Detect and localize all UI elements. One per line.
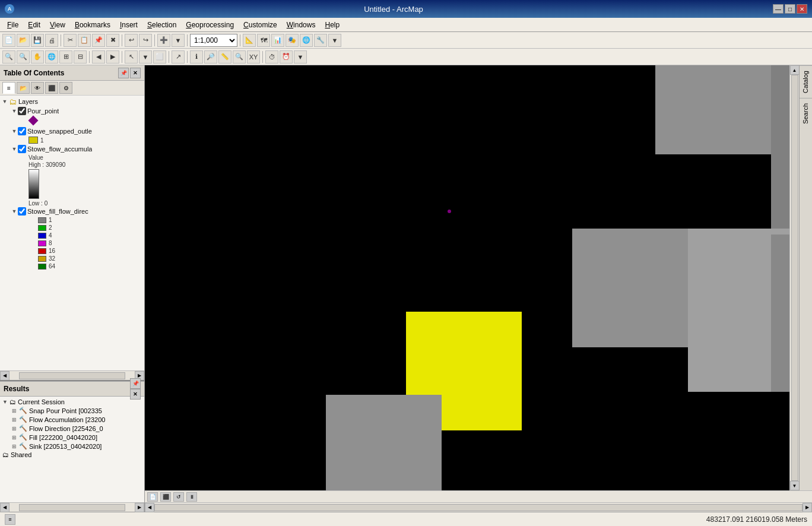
vscroll-up[interactable]: ▲ [790, 65, 800, 75]
scene-button[interactable]: 🎭 [286, 34, 299, 47]
maximize-button[interactable]: □ [785, 4, 795, 14]
map-hscroll-right[interactable]: ▶ [803, 503, 812, 512]
layer-flow-accum[interactable]: ▼ Stowe_flow_accumula [11, 144, 143, 154]
open-button[interactable]: 📂 [17, 34, 30, 47]
layer-stowe-snapped[interactable]: ▼ Stowe_snapped_outle [11, 126, 143, 136]
fixed-zoom-out-button[interactable]: ⊟ [74, 50, 87, 64]
identify-tool-button[interactable]: ℹ [190, 50, 203, 64]
map-hscroll-track[interactable] [154, 504, 803, 511]
select-element-button[interactable]: ↗ [172, 50, 185, 64]
search-results-button[interactable]: 🔍 [233, 50, 246, 64]
layers-expand[interactable]: ▼ [1, 98, 8, 105]
snap-pour-expand[interactable]: ⊞ [12, 408, 19, 414]
select-button[interactable]: ↖ [125, 50, 138, 64]
search-tab[interactable]: Search [800, 98, 813, 129]
flow-accum-checkbox[interactable] [18, 145, 26, 153]
redo-button[interactable]: ↪ [139, 34, 152, 47]
results-scroll-right[interactable]: ▶ [135, 503, 144, 512]
menu-customize[interactable]: Customize [239, 20, 282, 30]
results-scroll-left[interactable]: ◀ [0, 503, 9, 512]
result-shared[interactable]: 🗂 Shared [1, 451, 143, 459]
results-hscroll-track[interactable] [19, 504, 125, 511]
fill-res-expand[interactable]: ⊞ [12, 435, 19, 441]
time-button[interactable]: ⏱ [265, 50, 278, 64]
map-pause-btn[interactable]: ⏸ [186, 492, 197, 502]
menu-geoprocessing[interactable]: Geoprocessing [181, 20, 239, 30]
go-to-xy-button[interactable]: XY [247, 50, 260, 64]
add-data-button[interactable]: ➕ [157, 34, 170, 47]
toc-scroll-left[interactable]: ◀ [0, 371, 9, 381]
toc-hscroll-track[interactable] [19, 372, 125, 379]
results-content[interactable]: ▼ 🗂 Current Session ⊞ 🔨 Snap Pour Point … [0, 397, 144, 502]
map-hscroll-left[interactable]: ◀ [145, 503, 154, 512]
vscroll-track[interactable] [791, 75, 798, 481]
save-button[interactable]: 💾 [31, 34, 44, 47]
new-button[interactable]: 📄 [2, 34, 15, 47]
menu-insert[interactable]: Insert [115, 20, 142, 30]
menu-help[interactable]: Help [320, 20, 344, 30]
toolbar-more[interactable]: ▼ [294, 50, 307, 64]
menu-windows[interactable]: Windows [282, 20, 321, 30]
scale-dropdown[interactable]: 1:1,000 1:5,000 1:10,000 [190, 34, 237, 47]
status-btn1[interactable]: ≡ [5, 514, 15, 525]
measure-button[interactable]: 📏 [218, 50, 231, 64]
stowe-snapped-checkbox[interactable] [18, 127, 26, 135]
result-fill[interactable]: ⊞ 🔨 Fill [222200_04042020] [1, 433, 143, 442]
menu-file[interactable]: File [2, 20, 23, 30]
paste-button[interactable]: 📌 [92, 34, 105, 47]
map-area[interactable] [145, 65, 789, 490]
clear-selected-button[interactable]: ⬜ [153, 50, 166, 64]
layer-pour-point[interactable]: ▼ Pour_point [11, 106, 143, 116]
toc-content[interactable]: ▼ 🗂 Layers ▼ Pour_point [0, 96, 144, 370]
map-layout-btn[interactable]: ⬛ [160, 492, 171, 502]
flow-dir-checkbox[interactable] [18, 207, 26, 216]
flow-dir-res-expand[interactable]: ⊞ [12, 426, 19, 432]
layer-flow-dir[interactable]: ▼ Stowe_fill_flow_direc [11, 207, 143, 216]
catalog-tab[interactable]: Catalog [800, 65, 813, 98]
map-page-btn[interactable]: 📄 [147, 492, 158, 502]
stowe-snapped-expand[interactable]: ▼ [11, 128, 18, 135]
result-session[interactable]: ▼ 🗂 Current Session [1, 398, 143, 406]
menu-selection[interactable]: Selection [142, 20, 181, 30]
result-flow-accum[interactable]: ⊞ 🔨 Flow Accumulation [23200 [1, 415, 143, 424]
globe-button[interactable]: 🌐 [300, 34, 313, 47]
menu-bookmarks[interactable]: Bookmarks [70, 20, 115, 30]
vscroll-down[interactable]: ▼ [790, 481, 800, 490]
layers-root[interactable]: ▼ 🗂 Layers [1, 97, 143, 106]
menu-edit[interactable]: Edit [23, 20, 45, 30]
identify-button[interactable]: 📐 [243, 34, 256, 47]
toc-pin-button[interactable]: 📌 [118, 68, 129, 78]
pour-point-checkbox[interactable] [18, 107, 26, 115]
delete-button[interactable]: ✖ [106, 34, 119, 47]
zoom-out-button[interactable]: 🔍 [17, 50, 30, 64]
zoom-in-button[interactable]: 🔍 [2, 50, 15, 64]
pour-point-expand[interactable]: ▼ [11, 107, 18, 115]
toc-tab-source[interactable]: 📂 [17, 82, 30, 94]
flow-accum-expand[interactable]: ▼ [11, 145, 18, 153]
copy-button[interactable]: 📋 [78, 34, 91, 47]
layout-button[interactable]: 📊 [271, 34, 284, 47]
pan-button[interactable]: ✋ [31, 50, 44, 64]
arrow-down-button[interactable]: ▼ [328, 34, 341, 47]
full-extent-button[interactable]: 🌐 [45, 50, 58, 64]
sink-res-expand[interactable]: ⊞ [12, 443, 19, 449]
map-refresh-btn[interactable]: ↺ [173, 492, 184, 502]
flow-accum-res-expand[interactable]: ⊞ [12, 417, 19, 423]
time-enabled-button[interactable]: ⏰ [280, 50, 293, 64]
session-expand[interactable]: ▼ [2, 399, 9, 405]
minimize-button[interactable]: — [773, 4, 784, 14]
flow-dir-expand[interactable]: ▼ [11, 208, 18, 215]
toc-tab-drawing[interactable]: ≡ [2, 82, 15, 94]
result-snap-pour[interactable]: ⊞ 🔨 Snap Pour Point [002335 [1, 406, 143, 415]
print-button[interactable]: 🖨 [45, 34, 58, 47]
result-flow-dir[interactable]: ⊞ 🔨 Flow Direction [225426_0 [1, 424, 143, 433]
forward-extent-button[interactable]: ▶ [106, 50, 119, 64]
results-pin-button[interactable]: 📌 [130, 378, 141, 389]
add-data-dropdown[interactable]: ▼ [172, 34, 185, 47]
undo-button[interactable]: ↩ [125, 34, 138, 47]
toolbox-button[interactable]: 🔧 [314, 34, 327, 47]
toc-tab-selection[interactable]: ⬛ [45, 82, 58, 94]
map-button[interactable]: 🗺 [257, 34, 270, 47]
toc-close-button[interactable]: ✕ [130, 68, 141, 78]
cut-button[interactable]: ✂ [64, 34, 77, 47]
